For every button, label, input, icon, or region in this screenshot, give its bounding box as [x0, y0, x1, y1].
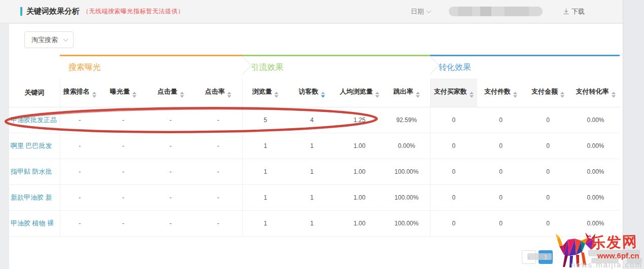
download-label: 下载 — [571, 7, 585, 16]
table-cell: 0.00% — [571, 107, 620, 133]
channel-select-dropdown[interactable]: 淘宝搜索 — [24, 31, 74, 48]
col-header-payment-conversion[interactable]: 支付转化率 — [571, 79, 620, 107]
table-cell: 1.00 — [336, 184, 383, 210]
col-header-paid-items[interactable]: 支付件数 — [477, 79, 524, 107]
title-note: （无线端搜索曝光指标暂无法提供） — [83, 7, 184, 16]
sort-icon-active-desc — [321, 92, 325, 98]
table-group-header: 搜索曝光 引流效果 转化效果 — [9, 55, 620, 79]
table-row: 新款甲油胶 新 - - - - 1 1 1.00 100.00% 0 0 0 0… — [9, 184, 620, 210]
col-header-exposure[interactable]: 曝光量 — [99, 79, 147, 107]
table-cell: - — [147, 133, 194, 159]
table-cell: 0 — [430, 184, 477, 210]
table-cell: 0 — [430, 210, 477, 236]
table-cell: - — [147, 184, 194, 210]
table-cell: 0 — [430, 133, 477, 159]
date-filter-dropdown[interactable]: 日期 — [411, 7, 431, 16]
table-cell: - — [60, 210, 99, 236]
col-header-bounce-rate[interactable]: 跳出率 — [383, 79, 430, 107]
table-cell: - — [60, 133, 99, 159]
keyword-analysis-screen: 关键词效果分析 （无线端搜索曝光指标暂无法提供） 日期 下载 淘宝搜索 — [0, 0, 644, 269]
title-accent-bar — [20, 7, 22, 16]
download-icon — [563, 8, 569, 15]
date-range-redacted — [449, 7, 543, 16]
chevron-down-icon — [426, 8, 432, 13]
table-cell: - — [147, 210, 194, 236]
chevron-left-icon: ‹ — [528, 253, 530, 261]
group-label: 转化效果 — [439, 62, 471, 73]
table-cell: 1 — [242, 159, 288, 184]
sort-icon — [612, 92, 616, 98]
group-search-exposure: 搜索曝光 — [60, 55, 242, 79]
table-cell: - — [60, 159, 99, 184]
col-header-visitors[interactable]: 访客数 — [288, 79, 336, 107]
table-cell: 4 — [288, 107, 336, 133]
pagination-prev-button[interactable]: ‹ — [522, 250, 536, 264]
table-cell: - — [194, 184, 242, 210]
topbar: 关键词效果分析 （无线端搜索曝光指标暂无法提供） 日期 下载 — [0, 0, 623, 23]
col-header-pageviews[interactable]: 浏览量 — [242, 79, 288, 107]
sort-icon — [132, 92, 136, 98]
keyword-link[interactable]: 啊里 巴巴批发 — [9, 133, 60, 159]
table-cell: 0 — [430, 107, 477, 133]
keyword-table: 关键词 搜索排名 曝光量 点击量 点击率 浏览量 访客数 人均浏览量 跳出率 支… — [9, 79, 620, 237]
table-cell: 0 — [477, 107, 524, 133]
table-cell: 1.00 — [336, 210, 383, 236]
content-panel: 淘宝搜索 搜索曝光 引流效果 转化效果 — [9, 24, 623, 269]
group-conversion-effect: 转化效果 — [430, 55, 620, 79]
table-cell: 0 — [524, 133, 571, 159]
table-cell: 1 — [242, 210, 288, 236]
sort-icon — [274, 92, 278, 98]
keyword-link[interactable]: 甲油胶 植物 裸 — [9, 210, 60, 236]
col-header-paying-buyers[interactable]: 支付买家数 — [430, 79, 477, 107]
table-cell: 0 — [430, 159, 477, 184]
keyword-link[interactable]: 甲油胶批发正品 — [9, 107, 60, 133]
table-cell: - — [194, 133, 242, 159]
table-cell: - — [147, 159, 194, 184]
group-traffic-effect: 引流效果 — [242, 55, 430, 79]
table-cell: - — [99, 210, 147, 236]
channel-select-value: 淘宝搜索 — [31, 35, 58, 45]
sort-icon — [180, 92, 184, 98]
sort-icon — [513, 92, 517, 98]
keyword-link[interactable]: 新款甲油胶 新 — [9, 184, 60, 210]
col-header-ctr[interactable]: 点击率 — [194, 79, 242, 107]
table-cell: 1.25 — [336, 107, 383, 133]
sort-icon — [375, 92, 379, 98]
col-header-views-per-visitor[interactable]: 人均浏览量 — [336, 79, 383, 107]
chevron-down-icon — [63, 36, 68, 42]
table-cell: 1 — [288, 133, 336, 159]
table-cell: 0 — [524, 159, 571, 184]
table-cell: 0.00% — [383, 133, 430, 159]
download-button[interactable]: 下载 — [563, 7, 585, 16]
table-cell: 0 — [477, 184, 524, 210]
sort-icon — [416, 92, 420, 98]
pagination-page-1-button[interactable]: 1 — [539, 250, 553, 264]
table-row: 甲油胶 植物 裸 - - - - 1 1 1.00 100.00% 0 0 0 … — [9, 210, 620, 236]
table-cell: - — [99, 159, 147, 184]
table-row: 指甲贴 防水批 - - - - 1 1 1.00 100.00% 0 0 0 0… — [9, 159, 620, 184]
table-cell: 100.00% — [383, 184, 430, 210]
table-cell: - — [194, 107, 242, 133]
keyword-link[interactable]: 指甲贴 防水批 — [9, 159, 60, 184]
col-header-clicks[interactable]: 点击量 — [147, 79, 194, 107]
col-header-search-rank[interactable]: 搜索排名 — [60, 79, 99, 107]
table-cell: 0 — [477, 210, 524, 236]
table-cell: 0.00% — [571, 159, 620, 184]
table-cell: 1 — [242, 184, 288, 210]
table-cell: 100.00% — [383, 210, 430, 236]
table-cell: 1 — [288, 184, 336, 210]
table-cell: - — [60, 184, 99, 210]
col-header-payment-amount[interactable]: 支付金额 — [524, 79, 571, 107]
table-cell: 100.00% — [383, 159, 430, 184]
table-cell: 0 — [524, 184, 571, 210]
table-cell: 1 — [288, 159, 336, 184]
table-row: 啊里 巴巴批发 - - - - 1 1 1.00 0.00% 0 0 0 0.0… — [9, 133, 620, 159]
table-cell: - — [194, 159, 242, 184]
table-cell: 1 — [242, 133, 288, 159]
table-cell: 0.00% — [571, 184, 620, 210]
page-number: 1 — [544, 254, 548, 261]
table-cell: 0.00% — [571, 210, 620, 236]
group-label: 搜索曝光 — [68, 62, 101, 73]
sort-icon — [227, 92, 231, 98]
table-cell: - — [147, 107, 194, 133]
